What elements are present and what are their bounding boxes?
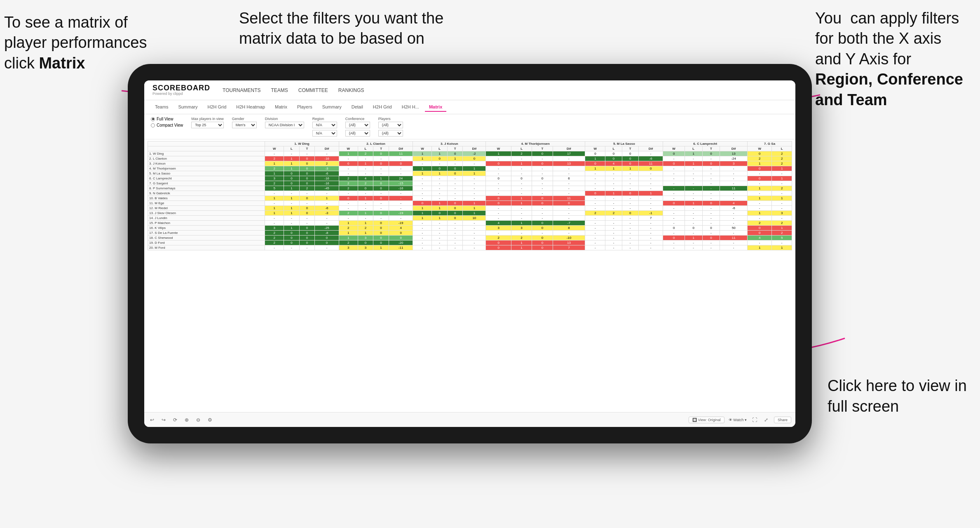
matrix-cell: 0 xyxy=(299,156,315,161)
matrix-cell: 0 xyxy=(373,151,389,156)
nav-tournaments[interactable]: TOURNAMENTS xyxy=(223,87,260,93)
matrix-cell: - xyxy=(622,181,638,186)
matrix-cell: 1 xyxy=(284,206,300,211)
matrix-cell: - xyxy=(585,206,605,211)
redo-icon[interactable]: ↪ xyxy=(160,416,167,424)
row-label: 17. S De La Fuente xyxy=(148,231,265,236)
players-select-top[interactable]: (All) xyxy=(378,122,403,128)
tab-matrix-players[interactable]: Matrix xyxy=(271,103,291,112)
zoom-out-icon[interactable]: ⊖ xyxy=(195,416,202,424)
matrix-cell: - xyxy=(463,221,486,226)
settings-icon[interactable]: ⚙ xyxy=(206,416,213,424)
matrix-cell: 0 xyxy=(299,226,315,231)
matrix-cell: - xyxy=(702,196,720,201)
undo-icon[interactable]: ↩ xyxy=(148,416,156,424)
matrix-cell: - xyxy=(265,221,284,226)
nav-teams[interactable]: TEAMS xyxy=(271,87,288,93)
watch-button[interactable]: 👁 Watch ▾ xyxy=(729,418,747,422)
matrix-cell: 1 xyxy=(358,161,373,166)
matrix-cell: 2 xyxy=(511,236,532,240)
radio-compact-view[interactable]: Compact View xyxy=(151,123,183,127)
matrix-cell: 0 xyxy=(553,201,585,206)
matrix-cell: 0 xyxy=(532,176,553,181)
matrix-cell: 2 xyxy=(605,211,622,216)
matrix-cell: - xyxy=(413,186,432,191)
matrix-cell: - xyxy=(685,176,702,181)
matrix-cell: - xyxy=(447,245,463,250)
radio-full-view[interactable]: Full View xyxy=(151,117,183,121)
sh-w5: W xyxy=(585,146,605,151)
matrix-cell: 13 xyxy=(553,161,585,166)
matrix-cell: - xyxy=(339,156,358,161)
matrix-cell: - xyxy=(299,201,315,206)
matrix-cell: 0 xyxy=(284,231,300,236)
matrix-cell: - xyxy=(663,196,685,201)
matrix-cell: - xyxy=(315,245,339,250)
matrix-cell: - xyxy=(553,156,585,161)
tab-h2h-grid[interactable]: H2H Grid xyxy=(203,103,230,112)
matrix-cell: - xyxy=(605,231,622,236)
matrix-cell: 1 xyxy=(486,151,511,156)
matrix-cell: 2 xyxy=(265,236,284,240)
sh-d6: Dif xyxy=(720,146,748,151)
view-original-button[interactable]: 🔲 View: Original xyxy=(689,417,724,423)
matrix-cell: 1 xyxy=(413,211,432,216)
matrix-cell: - xyxy=(553,211,585,216)
matrix-cell: - xyxy=(772,240,792,245)
matrix-cell: 1 xyxy=(585,156,605,161)
conference-select-top[interactable]: (All) xyxy=(345,122,370,128)
matrix-cell: 1 xyxy=(284,186,300,191)
matrix-cell: 0 xyxy=(299,196,315,201)
screen-icon[interactable]: ⛶ xyxy=(751,416,758,424)
nav-rankings[interactable]: RANKINGS xyxy=(338,87,364,93)
tab-summary[interactable]: Summary xyxy=(174,103,202,112)
matrix-cell: -16 xyxy=(315,156,339,161)
matrix-cell: - xyxy=(413,231,432,236)
tab-detail[interactable]: Detail xyxy=(347,103,367,112)
matrix-cell: - xyxy=(702,216,720,221)
max-players-select[interactable]: Top 25 xyxy=(191,122,224,128)
matrix-cell: 0 xyxy=(299,211,315,216)
matrix-cell: - xyxy=(284,191,300,196)
matrix-cell: 1 xyxy=(413,151,432,156)
refresh-icon[interactable]: ⟳ xyxy=(171,416,179,424)
matrix-cell: - xyxy=(585,245,605,250)
players-select-bottom[interactable]: (All) xyxy=(378,130,403,137)
matrix-cell: - xyxy=(772,201,792,206)
matrix-cell: 7 xyxy=(553,245,585,250)
conference-select-bottom[interactable]: (All) xyxy=(345,130,370,137)
gender-select[interactable]: Men's xyxy=(232,122,257,128)
matrix-cell: 1 xyxy=(373,245,389,250)
matrix-cell: 3 xyxy=(358,245,373,250)
matrix-cell: 1 xyxy=(413,216,432,221)
fullscreen-icon[interactable]: ⤢ xyxy=(762,416,770,424)
matrix-cell: - xyxy=(463,176,486,181)
table-row: 18. C Sherwood20001300----220-10----0101… xyxy=(148,236,792,240)
tab-teams[interactable]: Teams xyxy=(151,103,172,112)
division-select[interactable]: NCAA Division I xyxy=(265,122,304,128)
region-select-top[interactable]: N/A xyxy=(312,122,337,128)
tab-players[interactable]: Players xyxy=(293,103,317,112)
tab-summary2[interactable]: Summary xyxy=(318,103,346,112)
logo-main: SCOREBOARD xyxy=(152,84,210,92)
tab-matrix-active[interactable]: Matrix xyxy=(425,103,446,112)
matrix-cell: 3 xyxy=(358,236,373,240)
tab-h2h-grid2[interactable]: H2H Grid xyxy=(369,103,396,112)
row-label: 9. N Gabrelcik xyxy=(148,191,265,196)
nav-committee[interactable]: COMMITTEE xyxy=(298,87,328,93)
matrix-cell: - xyxy=(447,161,463,166)
matrix-cell: 0 xyxy=(373,186,389,191)
zoom-icon[interactable]: ⊕ xyxy=(183,416,190,424)
matrix-cell: - xyxy=(663,156,685,161)
region-select-bottom[interactable]: N/A xyxy=(312,130,337,137)
matrix-cell: -7 xyxy=(553,221,585,226)
sh-d4: Dif xyxy=(553,146,585,151)
share-button[interactable]: Share xyxy=(774,417,791,423)
table-row: 1. W Ding----12011110-212017000-0101302 xyxy=(148,151,792,156)
matrix-cell: - xyxy=(622,171,638,176)
tab-h2h-heatmap[interactable]: H2H Heatmap xyxy=(232,103,269,112)
tab-h2h-h[interactable]: H2H H... xyxy=(398,103,423,112)
matrix-cell: 1 xyxy=(685,236,702,240)
matrix-cell: 0 xyxy=(339,196,358,201)
matrix-cell: - xyxy=(463,226,486,231)
